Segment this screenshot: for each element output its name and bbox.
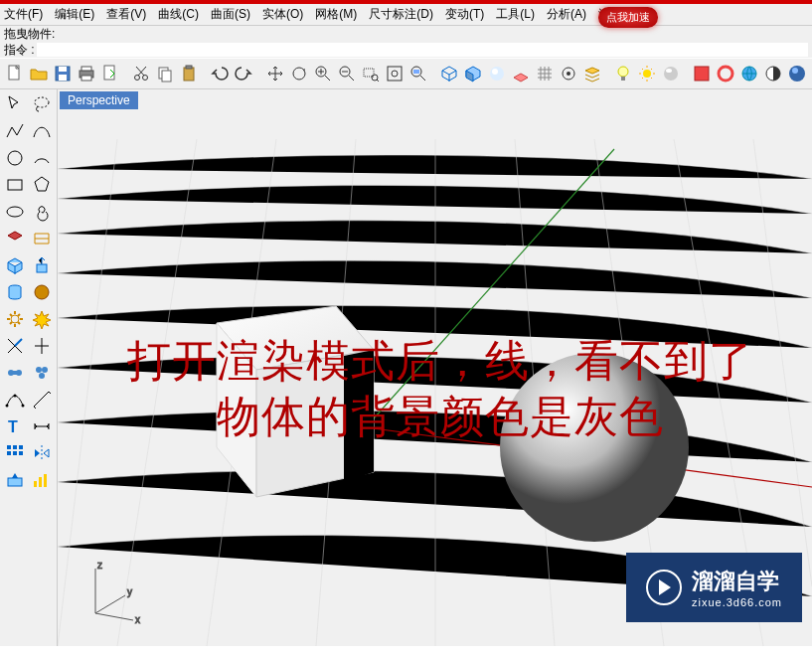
loft-tool-icon[interactable] [29,226,55,251]
menu-view[interactable]: 查看(V) [106,6,146,23]
rotate-view-icon[interactable] [288,62,310,85]
surface-tool-icon[interactable] [2,226,28,251]
zoom-out-icon[interactable] [336,62,358,85]
drag-objects-label: 拖曳物件: [4,26,55,43]
dimension-tool-icon[interactable] [29,413,55,439]
box-tool-icon[interactable] [2,252,28,278]
transform-tool-icon[interactable] [2,467,28,493]
svg-point-31 [666,69,672,73]
sphere-tool-icon[interactable] [29,279,55,305]
menu-solid[interactable]: 实体(O) [262,6,303,23]
osnap-icon[interactable] [558,62,579,85]
sun-icon[interactable] [636,62,658,85]
svg-point-33 [719,67,732,81]
mirror-tool-icon[interactable] [29,440,55,466]
menu-analyze[interactable]: 分析(A) [547,6,586,23]
zoom-selected-icon[interactable] [407,62,429,85]
menu-file[interactable]: 文件(F) [4,6,43,23]
material-icon[interactable] [660,62,682,85]
analyze-tool-icon[interactable] [29,467,55,493]
join-tool-icon[interactable] [2,360,28,386]
redo-icon[interactable] [233,62,254,85]
main-toolbar [0,58,812,89]
extrude-tool-icon[interactable] [29,252,55,278]
text-tool-icon[interactable]: T [2,413,28,439]
ellipse-tool-icon[interactable] [2,199,28,225]
cplane-icon[interactable] [510,62,532,85]
copy-icon[interactable] [154,62,176,85]
point-edit-icon[interactable] [2,387,28,412]
svg-rect-12 [184,68,194,81]
wireframe-icon[interactable] [438,62,460,85]
viewport-label[interactable]: Perspective [60,91,138,109]
svg-rect-5 [81,67,91,71]
svg-point-14 [293,68,305,80]
svg-point-27 [618,67,628,77]
viewport[interactable]: Perspective [58,89,812,646]
svg-point-9 [143,76,148,81]
svg-point-20 [392,71,398,77]
render-red-icon[interactable] [691,62,713,85]
render-ring-icon[interactable] [715,62,736,85]
new-file-icon[interactable] [4,62,26,85]
render-bw-icon[interactable] [762,62,784,85]
zoom-in-icon[interactable] [312,62,334,85]
menu-dimension[interactable]: 尺寸标注(D) [369,6,433,23]
menu-surface[interactable]: 曲面(S) [211,6,250,23]
svg-rect-58 [19,445,23,449]
lasso-tool-icon[interactable] [29,91,55,117]
svg-text:T: T [8,418,18,435]
axis-widget-icon: z y x [76,559,145,628]
group-tool-icon[interactable] [29,360,55,386]
svg-rect-2 [59,67,67,72]
paste-icon[interactable] [178,62,200,85]
measure-tool-icon[interactable] [29,387,55,412]
shaded-icon[interactable] [462,62,484,85]
circle-tool-icon[interactable] [2,145,28,171]
grid-icon[interactable] [534,62,556,85]
accelerate-badge[interactable]: 点我加速 [598,7,658,28]
save-icon[interactable] [52,62,74,85]
undo-icon[interactable] [209,62,231,85]
svg-line-69 [95,595,125,613]
pan-icon[interactable] [264,62,286,85]
svg-rect-11 [162,71,171,82]
rendered-icon[interactable] [486,62,508,85]
curve-tool-icon[interactable] [29,118,55,144]
trim-tool-icon[interactable] [2,333,28,359]
cylinder-tool-icon[interactable] [2,279,28,305]
export-icon[interactable] [99,62,121,85]
svg-point-38 [35,97,49,107]
polygon-tool-icon[interactable] [29,172,55,198]
print-icon[interactable] [76,62,97,85]
open-file-icon[interactable] [28,62,50,85]
split-tool-icon[interactable] [29,333,55,359]
cut-icon[interactable] [130,62,152,85]
svg-rect-59 [7,451,11,455]
svg-point-50 [42,367,48,373]
menu-curve[interactable]: 曲线(C) [158,6,199,23]
menu-tools[interactable]: 工具(L) [496,6,535,23]
rectangle-tool-icon[interactable] [2,172,28,198]
menu-transform[interactable]: 变动(T) [445,6,484,23]
polyline-tool-icon[interactable] [2,118,28,144]
svg-rect-63 [34,481,37,487]
spiral-tool-icon[interactable] [29,199,55,225]
pointer-tool-icon[interactable] [2,91,28,117]
zoom-extents-icon[interactable] [384,62,406,85]
render-globe-icon[interactable] [738,62,760,85]
menubar: 文件(F) 编辑(E) 查看(V) 曲线(C) 曲面(S) 实体(O) 网格(M… [0,4,812,26]
menu-edit[interactable]: 编辑(E) [55,6,94,23]
arc-tool-icon[interactable] [29,145,55,171]
lightbulb-icon[interactable] [612,62,634,85]
menu-mesh[interactable]: 网格(M) [315,6,357,23]
info-bar: 拖曳物件: 指令 : [0,26,812,58]
command-input[interactable] [37,43,808,57]
svg-rect-28 [621,77,625,81]
gear-tool-icon[interactable] [2,306,28,332]
render-start-icon[interactable] [786,62,808,85]
array-tool-icon[interactable] [2,440,28,466]
zoom-window-icon[interactable] [360,62,382,85]
explode-tool-icon[interactable] [29,306,55,332]
layers-icon[interactable] [581,62,603,85]
